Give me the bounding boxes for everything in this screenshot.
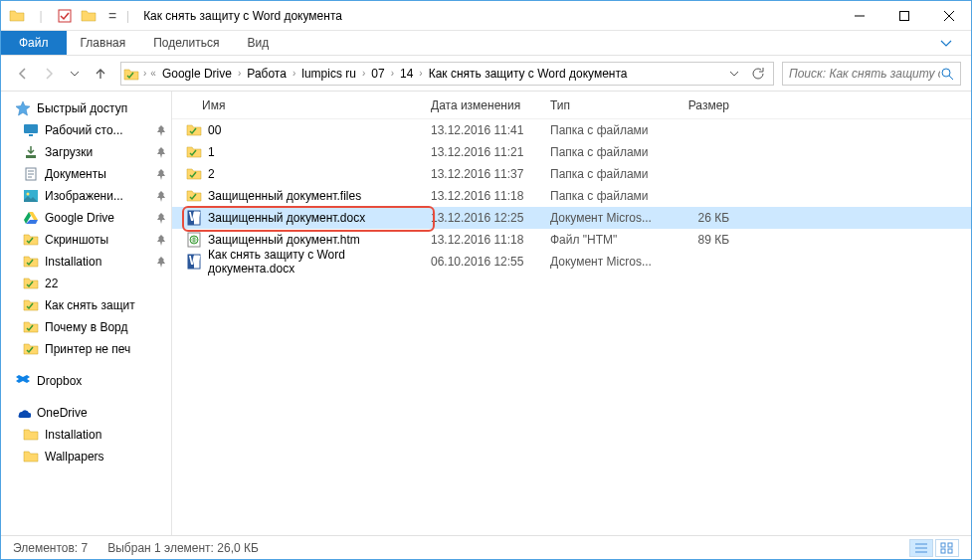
pin-icon: [153, 256, 165, 268]
chevron-right-icon[interactable]: ›: [141, 68, 148, 79]
file-date: 13.12.2016 11:41: [431, 123, 550, 137]
file-row[interactable]: 113.12.2016 11:21Папка с файлами: [172, 141, 971, 163]
sidebar-quick-access[interactable]: Быстрый доступ: [1, 97, 171, 119]
address-bar[interactable]: › « Google Drive› Работа› lumpics ru› 07…: [120, 62, 774, 86]
window-controls: [837, 1, 971, 30]
svg-rect-15: [948, 543, 952, 547]
chevron-right-icon[interactable]: ›: [291, 68, 297, 79]
sidebar-item-label: Изображени...: [45, 189, 123, 203]
search-icon[interactable]: [940, 67, 954, 81]
folder-icon: [186, 188, 202, 204]
dropbox-icon: [15, 373, 31, 389]
column-headers: Имя Дата изменения Тип Размер: [172, 92, 971, 119]
sidebar-item-label: Рабочий сто...: [45, 123, 123, 137]
chevron-right-icon[interactable]: ›: [360, 68, 367, 79]
file-type: Папка с файлами: [550, 167, 670, 181]
chevron-right-icon[interactable]: ›: [389, 68, 396, 79]
folder-icon: [23, 254, 39, 270]
view-icons-button[interactable]: [935, 539, 959, 557]
pin-icon: [153, 124, 165, 136]
nav-back-button[interactable]: [11, 62, 35, 86]
checkbox-icon[interactable]: [57, 8, 73, 24]
file-name: Защищенный документ.docx: [208, 211, 365, 225]
folder-icon: [23, 276, 39, 291]
breadcrumb[interactable]: 07: [367, 67, 388, 81]
pin-icon: [153, 234, 165, 246]
file-row[interactable]: Защищенный документ.files13.12.2016 11:1…: [172, 185, 971, 207]
sidebar-item[interactable]: Изображени...: [1, 185, 171, 207]
body: Быстрый доступ Рабочий сто...ЗагрузкиДок…: [1, 92, 971, 535]
close-button[interactable]: [926, 1, 971, 30]
ribbon-expand-button[interactable]: [921, 31, 971, 55]
sidebar-item-label: Почему в Ворд: [45, 320, 127, 334]
maximize-button[interactable]: [881, 1, 926, 30]
sidebar-item[interactable]: Документы: [1, 163, 171, 185]
sidebar-item[interactable]: Wallpapers: [1, 446, 171, 467]
chevron-right-icon[interactable]: ›: [236, 68, 243, 79]
file-size: 89 КБ: [670, 233, 749, 247]
sidebar-item[interactable]: Скриншоты: [1, 229, 171, 251]
view-details-button[interactable]: [909, 539, 933, 557]
ellipsis[interactable]: «: [148, 68, 158, 79]
sidebar-item[interactable]: 22: [1, 273, 171, 294]
pin-icon: [153, 168, 165, 180]
minimize-button[interactable]: [837, 1, 881, 30]
column-size[interactable]: Размер: [670, 98, 749, 112]
sidebar-item-label: Принтер не печ: [45, 342, 130, 356]
breadcrumb[interactable]: Работа: [243, 67, 291, 81]
docx-icon: [186, 254, 202, 270]
folder-icon: [23, 297, 39, 313]
file-row[interactable]: 213.12.2016 11:37Папка с файлами: [172, 163, 971, 185]
nav-forward-button[interactable]: [37, 62, 61, 86]
window-title: Как снять защиту с Word документа: [135, 9, 837, 23]
sidebar-item[interactable]: Как снять защит: [1, 294, 171, 316]
sidebar-item[interactable]: Загрузки: [1, 141, 171, 163]
file-row[interactable]: Как снять защиту с Word документа.docx06…: [172, 251, 971, 273]
sidebar-item[interactable]: Почему в Ворд: [1, 316, 171, 338]
qat-dropdown-icon[interactable]: =: [104, 8, 120, 24]
ribbon-tab-share[interactable]: Поделиться: [139, 31, 233, 55]
ribbon-file-tab[interactable]: Файл: [1, 31, 67, 55]
ribbon-tab-home[interactable]: Главная: [67, 31, 140, 55]
search-input[interactable]: [789, 67, 940, 81]
svg-rect-17: [948, 549, 952, 553]
breadcrumb[interactable]: Как снять защиту с Word документа: [425, 67, 632, 81]
sidebar-item[interactable]: Google Drive: [1, 207, 171, 229]
file-name: 00: [208, 123, 221, 137]
folder-icon-2[interactable]: [81, 8, 97, 24]
sidebar-onedrive[interactable]: OneDrive: [1, 402, 171, 424]
file-name: Защищенный документ.files: [208, 189, 361, 203]
search-box[interactable]: [782, 62, 961, 86]
file-row[interactable]: Защищенный документ.docx13.12.2016 12:25…: [172, 207, 971, 229]
refresh-button[interactable]: [745, 67, 771, 81]
pin-icon: [153, 190, 165, 202]
sidebar-item[interactable]: Installation: [1, 424, 171, 446]
breadcrumb[interactable]: lumpics ru: [297, 67, 360, 81]
address-dropdown[interactable]: [723, 69, 745, 79]
desktop-icon: [23, 122, 39, 138]
navigation-pane[interactable]: Быстрый доступ Рабочий сто...ЗагрузкиДок…: [1, 92, 172, 535]
star-icon: [15, 100, 31, 116]
file-type: Папка с файлами: [550, 189, 670, 203]
chevron-right-icon[interactable]: ›: [417, 68, 424, 79]
file-name: 2: [208, 167, 215, 181]
file-type: Документ Micros...: [550, 255, 670, 269]
column-modified[interactable]: Дата изменения: [431, 98, 550, 112]
breadcrumb[interactable]: Google Drive: [158, 67, 236, 81]
nav-bar: › « Google Drive› Работа› lumpics ru› 07…: [1, 56, 971, 92]
nav-up-button[interactable]: [89, 62, 112, 86]
column-type[interactable]: Тип: [550, 98, 670, 112]
ribbon-tab-view[interactable]: Вид: [233, 31, 283, 55]
sidebar-item[interactable]: Рабочий сто...: [1, 119, 171, 141]
sidebar-item[interactable]: Installation: [1, 251, 171, 273]
breadcrumb[interactable]: 14: [396, 67, 417, 81]
documents-icon: [23, 166, 39, 182]
sidebar-dropbox[interactable]: Dropbox: [1, 370, 171, 392]
file-row[interactable]: 0013.12.2016 11:41Папка с файлами: [172, 119, 971, 141]
folder-icon: [123, 67, 141, 81]
nav-recent-button[interactable]: [63, 62, 87, 86]
column-name[interactable]: Имя: [172, 98, 431, 112]
sidebar-item[interactable]: Принтер не печ: [1, 338, 171, 360]
onedrive-icon: [15, 405, 31, 421]
status-bar: Элементов: 7 Выбран 1 элемент: 26,0 КБ: [1, 535, 971, 559]
